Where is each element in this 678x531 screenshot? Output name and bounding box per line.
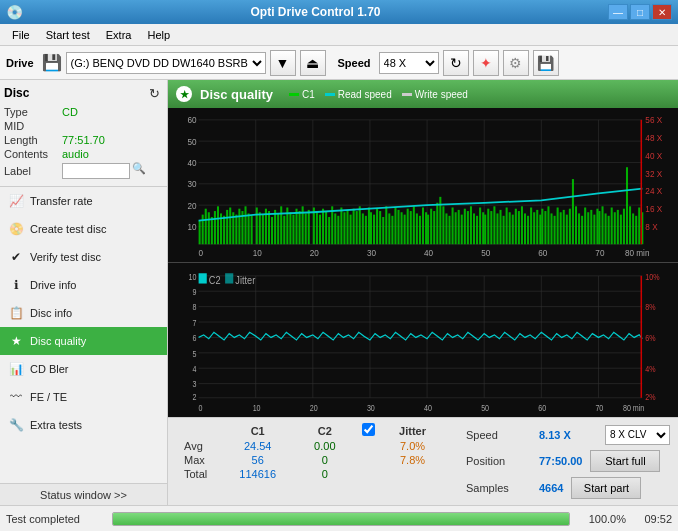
disc-refresh-button[interactable]: ↻ [145,84,163,102]
svg-text:0: 0 [199,403,203,413]
svg-text:60: 60 [187,115,196,126]
status-window-button[interactable]: Status window >> [0,483,167,505]
stats-avg-c2: 0.00 [292,439,358,453]
config-button[interactable]: ⚙ [503,50,529,76]
svg-rect-76 [388,213,390,244]
start-full-button[interactable]: Start full [590,450,660,472]
scan-button[interactable]: ✦ [473,50,499,76]
save-button[interactable]: 💾 [533,50,559,76]
legend-write-speed: Write speed [402,89,468,100]
svg-rect-110 [490,211,492,244]
disc-label-input[interactable] [62,163,130,179]
menu-extra[interactable]: Extra [98,27,140,43]
menu-file[interactable]: File [4,27,38,43]
svg-rect-126 [539,215,541,245]
svg-rect-87 [422,208,424,245]
svg-rect-117 [512,215,514,245]
sidebar-item-transfer-rate[interactable]: 📈 Transfer rate [0,187,167,215]
c2-jitter-chart: C2 Jitter 10 9 8 7 6 5 4 3 2 10% 8% 6 [168,263,678,417]
minimize-button[interactable]: — [608,4,628,20]
svg-rect-151 [614,212,616,244]
stats-col-c1: C1 [224,422,292,439]
speed-select[interactable]: 48 X Max 8 X 16 X 24 X 32 X 40 X [379,52,439,74]
maximize-button[interactable]: □ [630,4,650,20]
jitter-checkbox[interactable] [362,423,375,436]
svg-rect-131 [554,216,556,244]
legend-read-speed-dot [325,93,335,96]
stats-max-c2: 0 [292,453,358,467]
progress-percent: 100.0% [576,513,626,525]
charts-wrapper: 60 50 40 30 20 10 56 X 48 X 40 X 32 X 24… [168,108,678,417]
disc-quality-header: ★ Disc quality C1 Read speed Write speed [168,80,678,108]
svg-rect-102 [467,211,469,244]
svg-text:80 min: 80 min [623,403,644,413]
svg-rect-35 [262,215,264,245]
svg-text:40: 40 [424,248,433,259]
svg-rect-82 [407,209,409,245]
eject-button[interactable]: ⏏ [300,50,326,76]
svg-rect-89 [427,215,429,245]
svg-text:0: 0 [199,248,204,259]
stats-samples-value: 4664 [539,482,563,494]
drive-select[interactable]: (G:) BENQ DVD DD DW1640 BSRB [66,52,266,74]
sidebar-item-extra-tests[interactable]: 🔧 Extra tests [0,411,167,439]
svg-rect-98 [455,212,457,244]
sidebar-item-disc-info[interactable]: 📋 Disc info [0,299,167,327]
refresh-button[interactable]: ↻ [443,50,469,76]
svg-rect-116 [509,212,511,244]
stats-speed-label: Speed [466,429,531,441]
svg-rect-112 [496,213,498,244]
svg-rect-85 [416,213,418,244]
disc-label-search-button[interactable]: 🔍 [132,162,150,180]
svg-text:24 X: 24 X [645,186,662,197]
sidebar-item-fe-te[interactable]: 〰 FE / TE [0,383,167,411]
stats-max-label: Max [180,453,224,467]
legend-c1-dot [289,93,299,96]
svg-rect-32 [251,216,253,244]
svg-text:C2: C2 [209,274,221,286]
svg-rect-140 [581,216,583,244]
svg-rect-129 [547,206,549,244]
sidebar-item-create-test[interactable]: 📀 Create test disc [0,215,167,243]
svg-rect-111 [493,206,495,244]
disc-mid-key: MID [4,120,62,132]
drive-arrow-button[interactable]: ▼ [270,50,296,76]
svg-text:8: 8 [193,303,197,313]
verify-test-icon: ✔ [8,249,24,265]
svg-rect-101 [464,209,466,245]
sidebar-item-extra-tests-label: Extra tests [30,419,82,431]
svg-rect-47 [299,211,301,244]
menu-start-test[interactable]: Start test [38,27,98,43]
sidebar-item-drive-info[interactable]: ℹ Drive info [0,271,167,299]
svg-text:4: 4 [193,364,197,374]
fe-te-icon: 〰 [8,389,24,405]
svg-rect-75 [385,206,387,244]
svg-rect-157 [632,213,634,244]
svg-rect-78 [394,208,396,245]
svg-rect-96 [449,216,451,244]
svg-rect-25 [229,208,231,245]
svg-rect-73 [379,211,381,244]
svg-rect-18 [208,212,210,244]
svg-rect-65 [356,211,358,244]
svg-rect-106 [479,208,481,245]
svg-text:3: 3 [193,380,197,390]
svg-rect-60 [340,208,342,245]
sidebar-item-verify-test[interactable]: ✔ Verify test disc [0,243,167,271]
stats-samples-row: Samples 4664 Start part [466,477,670,499]
close-button[interactable]: ✕ [652,4,672,20]
svg-rect-54 [322,209,324,245]
stats-speed-row: Speed 8.13 X 8 X CLV 16 X CLV Max [466,425,670,445]
sidebar-item-disc-quality[interactable]: ★ Disc quality [0,327,167,355]
stats-avg-label: Avg [180,439,224,453]
sidebar-item-cd-bler[interactable]: 📊 CD Bler [0,355,167,383]
start-part-button[interactable]: Start part [571,477,641,499]
sidebar-item-fe-te-label: FE / TE [30,391,67,403]
svg-rect-95 [445,213,447,244]
svg-text:Jitter: Jitter [235,274,255,286]
legend-read-speed: Read speed [325,89,392,100]
speed-dropdown[interactable]: 8 X CLV 16 X CLV Max [605,425,670,445]
svg-rect-145 [596,209,598,245]
menu-help[interactable]: Help [139,27,178,43]
svg-rect-46 [296,209,298,245]
